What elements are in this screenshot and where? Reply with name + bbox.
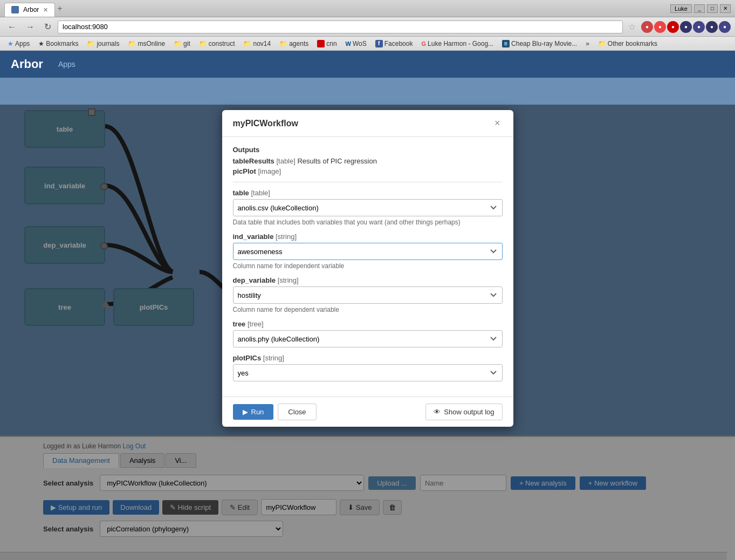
ext2-icon[interactable]: ● — [654, 21, 666, 33]
folder-icon: 📁 — [128, 40, 136, 47]
output2-item: picPlot [image] — [233, 167, 503, 175]
tab-close-button[interactable]: ✕ — [43, 6, 48, 13]
bookmark-git[interactable]: 📁 git — [170, 39, 194, 49]
extensions-icon[interactable]: ● — [641, 21, 653, 33]
ext5-icon[interactable]: ● — [693, 21, 705, 33]
user-label: Luke — [670, 4, 692, 13]
modal-close-button[interactable]: × — [492, 118, 503, 129]
dep-variable-field-group: dep_variable [string] hostility Column n… — [233, 276, 503, 313]
modal-footer: ▶ Run Close 👁 Show output log — [222, 397, 513, 427]
output1-item: tableResults [table] Results of PIC regr… — [233, 157, 503, 165]
modal-header: myPICWorkflow × — [222, 110, 513, 137]
reload-button[interactable]: ↻ — [41, 21, 54, 33]
folder-icon: 📁 — [87, 40, 95, 47]
forward-button[interactable]: → — [23, 21, 38, 33]
facebook-icon: f — [375, 40, 383, 47]
bookmark-msonline[interactable]: 📁 msOnline — [125, 39, 168, 49]
plotpics-select[interactable]: yes — [233, 364, 503, 381]
folder-icon: 📁 — [279, 40, 287, 47]
folder-icon: 📁 — [174, 40, 182, 47]
wos-icon: W — [346, 40, 351, 47]
apps-icon: ★ — [8, 40, 13, 47]
bookmark-bookmarks[interactable]: ★ Bookmarks — [35, 39, 81, 49]
minimize-button[interactable]: _ — [694, 4, 705, 13]
bookmark-luke-harmon[interactable]: G Luke Harmon - Goog... — [418, 39, 497, 49]
ind-variable-hint: Column name for independent variable — [233, 262, 503, 270]
modal-dialog: myPICWorkflow × Outputs tableResults [ta… — [222, 110, 513, 427]
tab-favicon — [11, 6, 19, 13]
folder-icon: 📁 — [199, 40, 207, 47]
bookmark-cnn[interactable]: cnn — [314, 39, 340, 49]
app-header: Arbor Apps — [0, 51, 735, 78]
dep-variable-field-label: dep_variable [string] — [233, 276, 503, 284]
bookmark-agents[interactable]: 📁 agents — [276, 39, 312, 49]
ext6-icon[interactable]: ● — [706, 21, 718, 33]
browser-tab[interactable]: Arbor ✕ — [4, 3, 55, 17]
bookmark-nov14[interactable]: 📁 nov14 — [240, 39, 274, 49]
show-output-button[interactable]: 👁 Show output log — [425, 404, 502, 420]
new-tab-button[interactable]: + — [57, 4, 62, 13]
app-area: Arbor Apps table ind_variable — [0, 51, 735, 560]
plotpics-field-group: plotPICs [string] yes — [233, 354, 503, 381]
folder-icon: 📁 — [243, 40, 251, 47]
bookmarks-bar: ★ Apps ★ Bookmarks 📁 journals 📁 msOnline… — [0, 37, 735, 51]
ext7-icon[interactable]: ● — [719, 21, 731, 33]
table-field-label: table [table] — [233, 189, 503, 197]
close-button[interactable]: ✕ — [720, 4, 731, 13]
close-modal-button[interactable]: Close — [278, 404, 316, 420]
bookmark-journals[interactable]: 📁 journals — [84, 39, 122, 49]
google-icon: G — [421, 40, 426, 47]
tab-title: Arbor — [23, 6, 39, 13]
table-select[interactable]: anolis.csv (lukeCollection) — [233, 199, 503, 216]
output1-name: tableResults — [233, 157, 274, 165]
plotpics-field-label: plotPICs [string] — [233, 354, 503, 362]
ext4-icon[interactable]: ● — [680, 21, 692, 33]
maximize-button[interactable]: □ — [707, 4, 718, 13]
bookmark-star[interactable]: ☆ — [626, 21, 638, 33]
run-icon: ▶ — [243, 408, 248, 416]
bookmark-wos[interactable]: W WoS — [342, 39, 370, 49]
ind-variable-field-label: ind_variable [string] — [233, 233, 503, 241]
bookmark-more[interactable]: » — [582, 39, 593, 49]
workflow-canvas: table ind_variable dep_variable tree plo… — [0, 78, 735, 560]
nav-icons: ● ● ● ● ● ● ● — [641, 21, 731, 33]
output2-type-tag: [image] — [258, 167, 281, 175]
browser-titlebar: Arbor ✕ + Luke _ □ ✕ — [0, 0, 735, 17]
dep-variable-hint: Column name for dependent variable — [233, 306, 503, 313]
tree-field-label: tree [tree] — [233, 320, 503, 328]
table-hint: Data table that includes both variables … — [233, 218, 503, 226]
tree-field-group: tree [tree] anolis.phy (lukeCollection) — [233, 320, 503, 347]
dep-variable-select[interactable]: hostility — [233, 286, 503, 304]
star-icon: ★ — [38, 40, 44, 47]
tree-select[interactable]: anolis.phy (lukeCollection) — [233, 330, 503, 347]
address-bar[interactable]: localhost:9080 — [58, 21, 623, 33]
back-button[interactable]: ← — [4, 21, 19, 33]
nav-apps[interactable]: Apps — [54, 58, 80, 71]
table-field-group: table [table] anolis.csv (lukeCollection… — [233, 189, 503, 226]
output1-type-tag: [table] — [276, 157, 295, 165]
bluray-icon: B — [502, 40, 510, 47]
ext3-icon[interactable]: ● — [667, 21, 679, 33]
bookmark-bluray[interactable]: B Cheap Blu-ray Movie... — [499, 39, 580, 49]
modal-title: myPICWorkflow — [233, 119, 299, 128]
modal-overlay: myPICWorkflow × Outputs tableResults [ta… — [0, 105, 735, 560]
outputs-label: Outputs — [233, 146, 503, 154]
ind-variable-field-group: ind_variable [string] awesomeness Column… — [233, 233, 503, 270]
cnn-icon — [317, 40, 325, 47]
browser-navbar: ← → ↻ localhost:9080 ☆ ● ● ● ● ● ● ● — [0, 17, 735, 37]
run-button[interactable]: ▶ Run — [233, 404, 274, 420]
bookmark-facebook[interactable]: f Facebook — [372, 39, 416, 49]
bookmark-apps[interactable]: ★ Apps — [4, 39, 33, 49]
output2-name: picPlot — [233, 167, 256, 175]
eye-icon: 👁 — [434, 408, 441, 416]
modal-body: Outputs tableResults [table] Results of … — [222, 137, 513, 397]
app-title: Arbor — [11, 57, 43, 71]
bookmark-other[interactable]: 📁 Other bookmarks — [595, 39, 661, 49]
bookmark-construct[interactable]: 📁 construct — [196, 39, 238, 49]
window-controls: Luke _ □ ✕ — [670, 4, 731, 13]
modal-divider — [233, 182, 503, 182]
ind-variable-select[interactable]: awesomeness — [233, 243, 503, 260]
folder-icon: 📁 — [598, 40, 606, 47]
